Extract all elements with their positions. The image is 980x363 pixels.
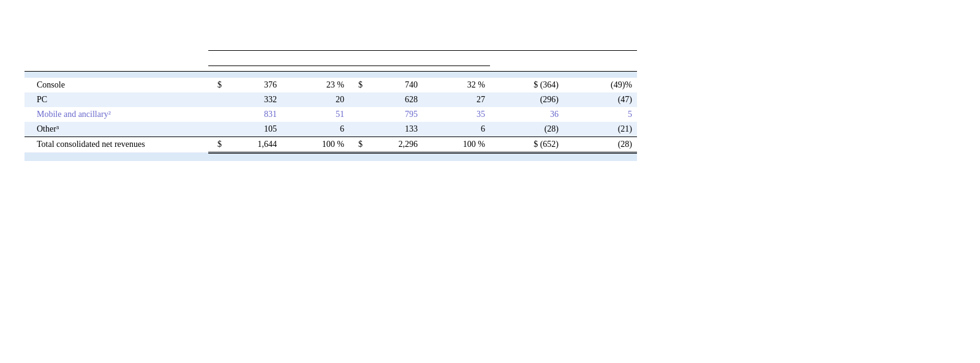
row-label: PC (24, 92, 208, 107)
dollar-increase-header (490, 51, 564, 66)
data-row: Mobile and ancillary²8315179535 365 (24, 107, 956, 122)
amount1: 376 (227, 78, 282, 92)
data-row: Other³10561336 (28)(21) (24, 122, 956, 137)
data-row: Console$37623 %$74032 %$ (364)(49)% (24, 78, 956, 92)
dollar-increase: $ (652) (490, 137, 564, 152)
dollar2: $ (349, 137, 368, 152)
date-group-header-row (24, 51, 956, 66)
amount2: 2,296 (368, 137, 423, 152)
dollar1 (208, 92, 227, 107)
bottom-spacer-row (24, 152, 956, 161)
pct1: 20 (282, 92, 349, 107)
pct2: 27 (423, 92, 490, 107)
pct2: 6 (423, 122, 490, 137)
dollar2 (349, 122, 368, 137)
pct1-col-header (282, 65, 349, 71)
amount2: 628 (368, 92, 423, 107)
row-label: Other³ (24, 122, 208, 137)
empty-header (24, 45, 208, 51)
revenue-table: Console$37623 %$74032 %$ (364)(49)%PC332… (24, 33, 956, 161)
pct2-col-header (423, 65, 490, 71)
pct1: 6 (282, 122, 349, 137)
pct-increase: (47) (564, 92, 637, 107)
amount1: 332 (227, 92, 282, 107)
amount2: 133 (368, 122, 423, 137)
june2021-header (349, 51, 490, 66)
table-wrapper: Console$37623 %$74032 %$ (364)(49)%PC332… (24, 33, 956, 161)
pct-increase: 5 (564, 107, 637, 122)
dollar-increase: (296) (490, 92, 564, 107)
dollar1 (208, 107, 227, 122)
section-label (24, 71, 637, 78)
pct-increase-header (564, 51, 637, 66)
pct1: 100 % (282, 137, 349, 152)
total-row: Total consolidated net revenues$1,644100… (24, 137, 956, 152)
column-header-row (24, 65, 956, 71)
amount2: 740 (368, 78, 423, 92)
data-row: PC3322062827 (296)(47) (24, 92, 956, 107)
row-label: Console (24, 78, 208, 92)
dollar-increase: 36 (490, 107, 564, 122)
amount2: 795 (368, 107, 423, 122)
amount1-col-header (227, 65, 282, 71)
three-months-header-row (24, 45, 956, 51)
dollar1: $ (208, 78, 227, 92)
empty-header2 (637, 45, 956, 51)
row-label: Total consolidated net revenues (24, 137, 208, 152)
amount1: 831 (227, 107, 282, 122)
pct1: 51 (282, 107, 349, 122)
pct-increase: (28) (564, 137, 637, 152)
three-months-label (208, 45, 637, 51)
dollar-increase: $ (364) (490, 78, 564, 92)
june2022-header (208, 51, 349, 66)
amount2-col-header (368, 65, 423, 71)
dollar2: $ (349, 78, 368, 92)
pct2: 100 % (423, 137, 490, 152)
dollar1 (208, 122, 227, 137)
pct-increase: (21) (564, 122, 637, 137)
dollar2 (349, 107, 368, 122)
amount1: 1,644 (227, 137, 282, 152)
pct2: 35 (423, 107, 490, 122)
pct-increase: (49)% (564, 78, 637, 92)
amount1: 105 (227, 122, 282, 137)
dollar1: $ (208, 137, 227, 152)
row-label: Mobile and ancillary² (24, 107, 208, 122)
pct2: 32 % (423, 78, 490, 92)
pct1: 23 % (282, 78, 349, 92)
dollar-increase: (28) (490, 122, 564, 137)
section-header-row (24, 71, 956, 78)
dollar2 (349, 92, 368, 107)
